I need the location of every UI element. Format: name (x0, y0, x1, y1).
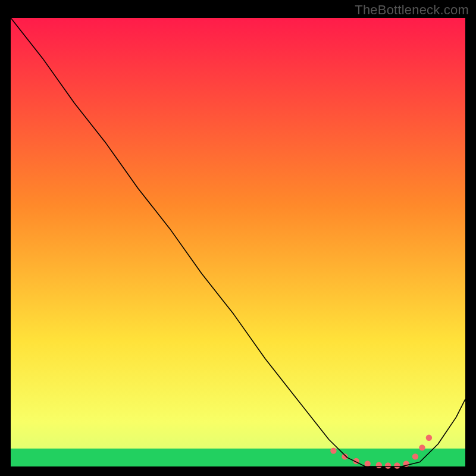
optimal-dot (412, 453, 418, 459)
optimal-dot (342, 453, 347, 459)
optimal-dot (394, 462, 400, 468)
watermark-text: TheBottleneck.com (355, 2, 469, 18)
optimal-dot (385, 462, 391, 468)
optimal-dot (330, 447, 336, 453)
optimal-dot (376, 462, 382, 468)
optimal-dot (419, 444, 425, 450)
chart-stage: TheBottleneck.com (0, 0, 476, 476)
bottleneck-chart (0, 0, 476, 476)
optimal-dot (365, 461, 371, 466)
optimal-dot (426, 435, 432, 441)
plot-background (11, 18, 465, 466)
